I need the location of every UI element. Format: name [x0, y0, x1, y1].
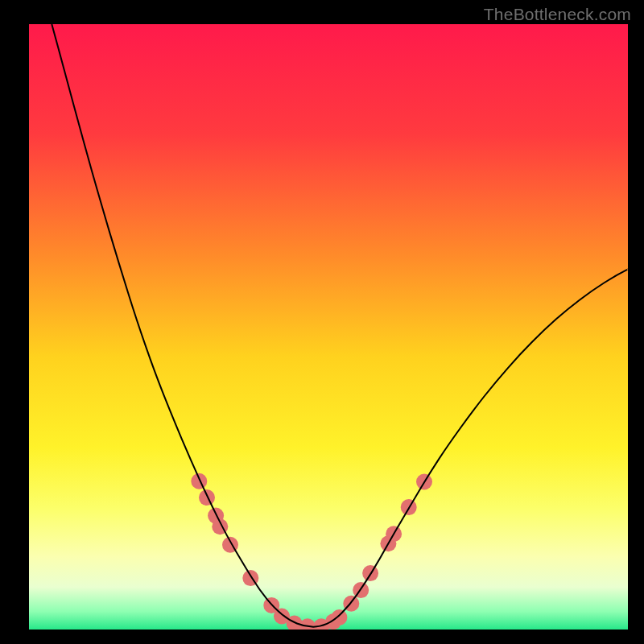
- chart-frame: TheBottleneck.com: [0, 0, 644, 644]
- curve-layer: [29, 24, 628, 630]
- data-marker: [299, 618, 316, 630]
- bottleneck-curve: [52, 24, 628, 627]
- data-marker: [331, 609, 347, 625]
- plot-area: [29, 24, 628, 630]
- data-marker: [199, 489, 215, 506]
- data-marker: [191, 473, 207, 489]
- watermark-label: TheBottleneck.com: [484, 5, 631, 24]
- data-markers: [191, 473, 432, 630]
